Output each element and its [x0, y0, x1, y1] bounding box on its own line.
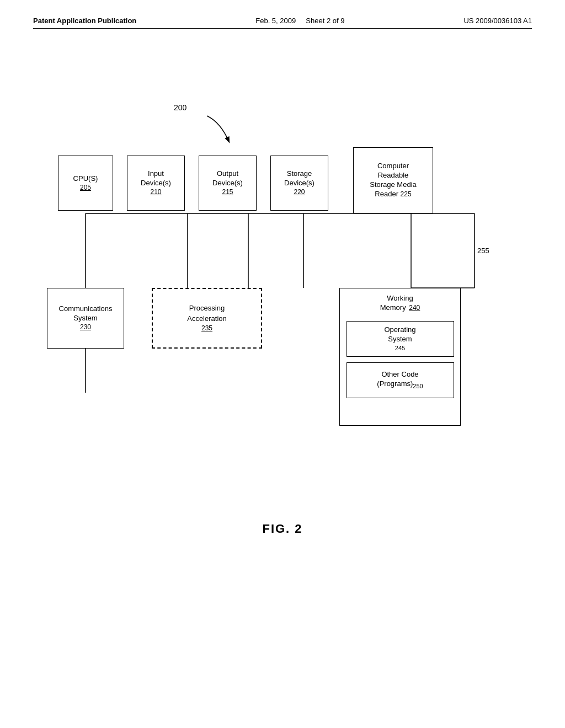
crsm-line1: Computer	[377, 162, 409, 171]
input-line1: Input	[148, 169, 164, 179]
date-text: Feb. 5, 2009	[255, 17, 296, 25]
box-crsm: Computer Readable Storage Media Reader 2…	[353, 147, 433, 213]
box-proc: Processing Acceleration 235	[152, 288, 262, 349]
box-comms: Communications System 230	[47, 288, 124, 349]
storage-line1: Storage	[287, 169, 312, 179]
header-right: US 2009/0036103 A1	[463, 17, 532, 25]
os-line2: System	[388, 335, 412, 344]
comms-line2: System	[73, 314, 97, 323]
header-left: Patent Application Publication	[33, 17, 136, 25]
box-other: Other Code (Programs)250	[347, 362, 454, 398]
output-ref: 215	[222, 188, 233, 197]
proc-line1: Processing	[189, 303, 225, 313]
crsm-line2: Readable	[378, 171, 409, 180]
box-output: Output Device(s) 215	[199, 156, 257, 211]
sheet-text: Sheet 2 of 9	[306, 17, 344, 25]
comms-ref: 230	[80, 323, 91, 332]
label-200: 200	[174, 103, 186, 112]
cpu-ref: 205	[80, 184, 91, 192]
os-line1: Operating	[384, 325, 415, 335]
os-ref: 245	[395, 344, 405, 352]
proc-ref: 235	[201, 324, 212, 333]
crsm-line3: Storage Media	[370, 180, 417, 190]
output-line2: Device(s)	[212, 179, 243, 188]
storage-ref: 220	[294, 188, 305, 197]
label-255: 255	[477, 247, 489, 255]
page-header: Patent Application Publication Feb. 5, 2…	[33, 17, 532, 29]
comms-line1: Communications	[59, 304, 113, 314]
proc-line2: Acceleration	[187, 314, 227, 324]
cpu-line1: CPU(S)	[73, 174, 98, 184]
input-line2: Device(s)	[141, 179, 171, 188]
storage-line2: Device(s)	[284, 179, 315, 188]
working-label: Working Memory 240	[345, 294, 455, 315]
other-line1: Other Code	[381, 370, 418, 379]
input-ref: 210	[150, 188, 161, 197]
box-storage: Storage Device(s) 220	[270, 156, 328, 211]
output-line1: Output	[217, 169, 238, 179]
box-working-outer: Working Memory 240 Operating System 245 …	[339, 288, 461, 426]
diagram-area: 200 CPU(S) 205 Input Device(s) 210 Outpu…	[33, 51, 532, 547]
fig-label: FIG. 2	[262, 522, 302, 536]
crsm-line4: Reader 225	[375, 190, 411, 199]
box-cpu: CPU(S) 205	[58, 156, 113, 211]
box-os: Operating System 245	[347, 321, 454, 357]
page: Patent Application Publication Feb. 5, 2…	[0, 0, 565, 728]
box-input: Input Device(s) 210	[127, 156, 185, 211]
header-date: Feb. 5, 2009 Sheet 2 of 9	[255, 17, 344, 25]
other-line2: (Programs)250	[377, 379, 423, 390]
